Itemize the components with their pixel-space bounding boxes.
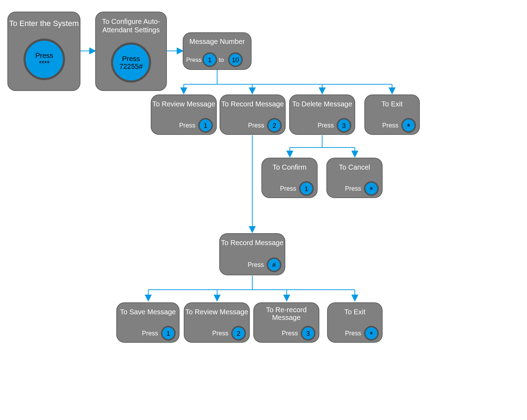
key-label: * [370,185,373,195]
to-label: to [219,57,224,63]
press-label: Press [382,122,398,129]
node-configure-auto-attendant: To Configure Auto- Attendant Settings Pr… [96,12,167,91]
key-label: # [272,262,276,269]
press-label: Press [142,330,158,337]
node-cancel: To Cancel Press * [327,158,382,198]
node-title: To Review Message [152,100,215,108]
key-label: * [370,330,373,339]
node-record-message: To Record Message Press 2 [220,95,285,134]
node-title: To Confirm [273,163,307,171]
press-label: Press [212,330,228,337]
press-label: Press [248,261,264,268]
key-1: 1 [208,57,212,64]
press-label: Press [186,57,201,63]
press-label: Press [282,330,298,337]
node-review-message: To Review Message Press 1 [151,95,216,134]
node-title-line2: Message [272,314,300,321]
node-title: To Cancel [339,163,370,171]
press-label: Press [345,330,361,337]
key-label: 3 [342,122,346,129]
node-title: To Record Message [221,239,284,247]
node-title: To Record Message [221,100,284,108]
press-label: Press [35,52,53,59]
press-label: Press [345,185,361,192]
key-label: 2 [237,330,240,337]
node-title: Message Number [189,38,245,45]
key-label: * [407,122,410,131]
node-title: To Review Message [186,308,248,316]
node-title: To Exit [344,308,365,316]
key-label: **** [39,59,50,67]
node-delete-message: To Delete Message Press 3 [289,95,355,134]
node-title: To Exit [382,100,403,108]
node-exit-2: To Exit Press * [327,303,382,342]
press-label: Press [122,55,140,63]
press-label: Press [318,122,334,129]
node-title-line2: Attendant Settings [102,26,160,34]
node-title: To Delete Message [292,100,352,108]
key-label: 1 [305,185,308,192]
node-review-message-2: To Review Message Press 2 [184,303,249,342]
node-confirm: To Confirm Press 1 [262,158,317,198]
node-enter-system: To Enter the System Press **** [8,12,80,91]
ivr-flowchart: To Enter the System Press **** To Config… [0,0,527,420]
node-title-line1: To Re-record [266,306,307,314]
node-rerecord-message: To Re-record Message Press 3 [254,303,319,342]
key-10: 10 [232,57,239,64]
press-label: Press [248,122,264,129]
key-label: 1 [204,122,207,129]
press-label: Press [179,122,195,129]
node-title: To Enter the System [9,19,79,28]
node-title-line1: To Configure Auto- [102,18,160,25]
key-label: 2 [273,122,276,129]
node-title: To Save Message [120,308,176,316]
node-save-message: To Save Message Press 1 [117,303,179,342]
node-record-message-2: To Record Message Press # [220,234,285,275]
key-label: 72255# [119,63,143,70]
key-label: 1 [167,330,170,337]
key-label: 3 [306,330,310,337]
press-label: Press [280,185,296,192]
node-exit-1: To Exit Press * [365,95,419,134]
node-message-number: Message Number Press 1 to 10 [183,33,251,70]
